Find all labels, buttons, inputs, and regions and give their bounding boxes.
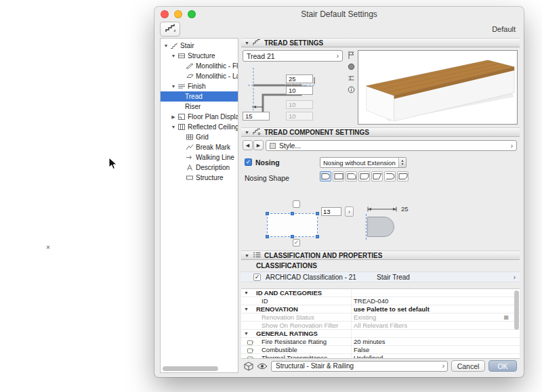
group-label: ID AND CATEGORIES bbox=[256, 289, 322, 297]
property-group-row[interactable]: ▼ ID AND CATEGORIES bbox=[241, 289, 520, 297]
property-row[interactable]: Thermal Transmittance Undefined bbox=[241, 354, 520, 358]
property-value[interactable]: TREAD-040 bbox=[354, 297, 388, 305]
style-dropdown[interactable]: Style... › bbox=[266, 140, 517, 151]
disclosure-triangle-icon[interactable]: ▼ bbox=[170, 53, 177, 58]
tree-item-break-mark[interactable]: Break Mark bbox=[161, 142, 238, 152]
previous-component-button[interactable]: ◀ bbox=[243, 140, 253, 150]
tread-offset-input[interactable] bbox=[243, 112, 270, 121]
disclosure-triangle-icon[interactable]: ▼ bbox=[170, 125, 177, 129]
selection-handle[interactable] bbox=[291, 212, 294, 215]
nosing-shape-notch-button[interactable] bbox=[397, 171, 409, 181]
collapse-triangle-icon[interactable]: ▼ bbox=[245, 41, 249, 45]
tread-settings-header[interactable]: ▼ TREAD SETTINGS bbox=[241, 38, 520, 47]
property-row[interactable]: Fire Resistance Rating 20 minutes bbox=[241, 338, 520, 346]
selection-handle[interactable] bbox=[291, 235, 294, 238]
property-row[interactable]: Show On Renovation Filter All Relevant F… bbox=[241, 322, 520, 330]
collapse-triangle-icon[interactable]: ▼ bbox=[245, 130, 249, 135]
nosing-shape-square-button[interactable] bbox=[333, 171, 344, 181]
tread-nosing-input[interactable] bbox=[286, 86, 313, 95]
property-row[interactable]: Renovation Status Existing ▦ bbox=[241, 313, 520, 322]
stepper-icon[interactable]: ▲▼ bbox=[398, 158, 406, 167]
selection-handle[interactable] bbox=[316, 212, 319, 215]
property-row[interactable]: Combustible False bbox=[241, 346, 520, 354]
selection-handle[interactable] bbox=[266, 235, 269, 238]
nosing-checkbox[interactable]: ✓ bbox=[245, 158, 252, 166]
selection-handle[interactable] bbox=[266, 212, 269, 215]
tree-item-riser[interactable]: Riser bbox=[161, 102, 238, 112]
stair-tool-button[interactable] bbox=[160, 22, 180, 37]
profile-top-checkbox[interactable] bbox=[293, 200, 300, 208]
structure-outline-icon bbox=[185, 174, 194, 181]
minimize-button[interactable] bbox=[174, 10, 182, 18]
tree-item-finish[interactable]: ▼ Finish bbox=[161, 81, 238, 91]
nosing-edge-input[interactable] bbox=[321, 207, 341, 216]
nosing-shape-chamfer-button[interactable] bbox=[346, 171, 357, 181]
property-row[interactable]: ID TREAD-040 bbox=[241, 297, 520, 305]
cancel-button[interactable]: Cancel bbox=[451, 360, 485, 372]
classification-checkbox[interactable]: ✓ bbox=[253, 274, 261, 281]
group-triangle-icon[interactable]: ▼ bbox=[244, 307, 249, 311]
chevron-right-icon[interactable]: › bbox=[514, 274, 516, 281]
layer-dropdown[interactable]: Structural - Stair & Railing › bbox=[271, 361, 448, 372]
tree-item-stair[interactable]: ▼ Stair bbox=[161, 41, 238, 51]
disclosure-triangle-icon[interactable]: ▼ bbox=[170, 84, 177, 89]
tree-item-monolithic-landing[interactable]: Monolithic - Landing bbox=[161, 71, 238, 81]
classification-row[interactable]: ✓ ARCHICAD Classification - 21 Stair Tre… bbox=[241, 271, 520, 282]
profile-bottom-checkbox[interactable]: ✓ bbox=[293, 239, 300, 246]
nosing-shape-slant-button[interactable] bbox=[371, 171, 383, 181]
tree-item-grid[interactable]: Grid bbox=[161, 132, 238, 142]
chevron-right-icon: › bbox=[511, 142, 513, 150]
disclosure-triangle-icon[interactable]: ▶ bbox=[170, 114, 177, 120]
group-triangle-icon[interactable]: ▼ bbox=[244, 290, 249, 295]
close-button[interactable] bbox=[161, 10, 169, 18]
tree-item-tread[interactable]: Tread bbox=[161, 91, 238, 102]
3d-preview-icon[interactable] bbox=[348, 62, 355, 71]
zoom-button[interactable] bbox=[188, 10, 196, 18]
desktop: Stair Default Settings Default ▼ Stair bbox=[0, 0, 542, 392]
tree-item-monolithic-flight[interactable]: Monolithic - Flight bbox=[161, 61, 238, 71]
tree-item-floor-plan-display[interactable]: ▶ Floor Plan Display bbox=[161, 112, 238, 122]
nosing-shape-half-round-button[interactable] bbox=[384, 171, 396, 181]
layer-visibility-eye-icon[interactable] bbox=[257, 363, 268, 370]
collapse-triangle-icon[interactable]: ▼ bbox=[245, 253, 249, 258]
property-group-row[interactable]: ▼ RENOVATION use Palette to set default bbox=[241, 305, 520, 313]
tread-component-settings-header[interactable]: ▼ TREAD COMPONENT SETTINGS bbox=[241, 127, 520, 137]
nosing-shape-label: Nosing Shape bbox=[245, 174, 289, 182]
property-value[interactable]: Undefined bbox=[354, 354, 383, 358]
ok-button[interactable]: OK bbox=[488, 360, 517, 372]
stray-x-mark: × bbox=[46, 244, 50, 251]
nosing-type-dropdown[interactable]: Nosing without Extension ▲▼ bbox=[320, 157, 406, 168]
tree-item-walking-line[interactable]: Walking Line bbox=[161, 152, 238, 162]
disclosure-triangle-icon[interactable]: ▼ bbox=[163, 43, 169, 48]
renovation-options-icon[interactable]: ▦ bbox=[503, 314, 509, 320]
tree-item-structure[interactable]: ▼ Structure bbox=[161, 51, 238, 61]
section-preview-icon[interactable] bbox=[348, 74, 355, 83]
info-icon[interactable] bbox=[348, 85, 355, 94]
properties-scrollbar[interactable] bbox=[514, 290, 519, 330]
tread-thickness-input[interactable] bbox=[286, 74, 313, 83]
selection-handle[interactable] bbox=[316, 235, 319, 238]
tread-3d-render bbox=[358, 51, 517, 124]
property-group-row[interactable]: ▼ GENERAL RATINGS bbox=[241, 330, 520, 338]
tree-horizontal-scrollbar[interactable] bbox=[163, 366, 218, 371]
tree-item-structure-rcp[interactable]: Structure bbox=[161, 173, 238, 183]
traffic-lights bbox=[161, 10, 196, 18]
next-component-button[interactable]: ▶ bbox=[253, 140, 264, 150]
nosing-shape-cove-button[interactable] bbox=[358, 171, 370, 181]
tread-type-button[interactable]: Tread 21 › bbox=[243, 50, 343, 62]
property-value[interactable]: False bbox=[354, 346, 369, 353]
property-value[interactable]: 20 minutes bbox=[354, 338, 385, 345]
group-triangle-icon[interactable]: ▼ bbox=[244, 331, 249, 336]
tread-profile-preview[interactable] bbox=[267, 213, 318, 237]
plan-preview-icon[interactable] bbox=[348, 51, 355, 60]
nosing-type-value: Nosing without Extension bbox=[323, 159, 396, 167]
tree-item-reflected-ceiling-plan[interactable]: ▼ Reflected Ceiling Plan Displ bbox=[161, 122, 238, 132]
nosing-shape-rounded-button[interactable] bbox=[320, 171, 331, 181]
tree-item-label: Tread bbox=[185, 93, 203, 100]
nosing-edge-more-button[interactable]: › bbox=[345, 206, 354, 217]
tree-item-description[interactable]: Description bbox=[161, 162, 238, 173]
tread-3d-preview[interactable] bbox=[358, 50, 518, 125]
property-value: Existing bbox=[354, 313, 376, 321]
classification-properties-header[interactable]: ▼ CLASSIFICATION AND PROPERTIES bbox=[241, 251, 520, 260]
classifications-subheader: CLASSIFICATIONS bbox=[241, 261, 520, 270]
